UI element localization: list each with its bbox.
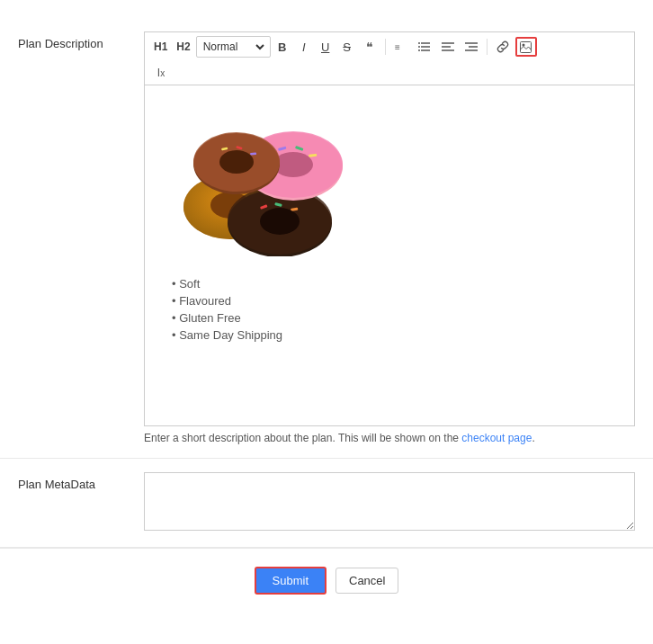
plan-description-content: H1 H2 Normal Heading 1 Heading 2 Heading… bbox=[144, 31, 635, 444]
align-right-button[interactable] bbox=[461, 37, 482, 57]
donut-image bbox=[163, 99, 616, 259]
plan-description-label: Plan Description bbox=[18, 31, 144, 50]
bullet-item-4: Same Day Shipping bbox=[172, 328, 616, 342]
bold-button[interactable]: B bbox=[273, 37, 292, 57]
plan-description-row: Plan Description H1 H2 Normal Heading 1 … bbox=[0, 18, 653, 459]
svg-text:≡: ≡ bbox=[395, 42, 400, 52]
italic-button[interactable]: I bbox=[294, 37, 314, 57]
quote-button[interactable]: ❝ bbox=[359, 37, 380, 57]
svg-point-39 bbox=[219, 150, 254, 174]
plan-metadata-content bbox=[144, 472, 635, 533]
link-button[interactable] bbox=[492, 37, 514, 57]
submit-button[interactable]: Submit bbox=[255, 567, 326, 595]
bullet-item-2: Flavoured bbox=[172, 294, 616, 308]
clear-format-button[interactable]: Ix bbox=[150, 63, 172, 83]
plan-metadata-label: Plan MetaData bbox=[18, 472, 144, 491]
bullet-item-3: Gluten Free bbox=[172, 311, 616, 325]
ordered-list-button[interactable]: ≡ bbox=[390, 37, 412, 57]
helper-text: Enter a short description about the plan… bbox=[144, 432, 635, 444]
content-bullet-list: Soft Flavoured Gluten Free Same Day Ship… bbox=[163, 277, 616, 342]
editor-body[interactable]: Soft Flavoured Gluten Free Same Day Ship… bbox=[144, 85, 635, 426]
editor-toolbar-row2: Ix bbox=[144, 61, 635, 85]
underline-button[interactable]: U bbox=[316, 37, 335, 57]
editor-toolbar-row1: H1 H2 Normal Heading 1 Heading 2 Heading… bbox=[144, 31, 635, 61]
align-left-button[interactable] bbox=[437, 37, 459, 57]
strikethrough-button[interactable]: S bbox=[337, 37, 357, 57]
checkout-page-link[interactable]: checkout page bbox=[461, 432, 532, 444]
image-button[interactable] bbox=[515, 37, 537, 57]
h2-button[interactable]: H2 bbox=[173, 37, 193, 57]
svg-point-4 bbox=[418, 42, 420, 44]
format-select-wrap[interactable]: Normal Heading 1 Heading 2 Heading 3 bbox=[196, 36, 271, 58]
svg-point-5 bbox=[418, 46, 420, 48]
toolbar-divider-1 bbox=[385, 39, 386, 55]
donut-svg bbox=[163, 99, 352, 256]
plan-metadata-input[interactable] bbox=[144, 472, 635, 531]
toolbar-divider-2 bbox=[487, 39, 488, 55]
bullet-item-1: Soft bbox=[172, 277, 616, 291]
svg-point-6 bbox=[418, 49, 420, 51]
cancel-button[interactable]: Cancel bbox=[335, 568, 398, 594]
form-actions: Submit Cancel bbox=[0, 548, 653, 613]
format-select[interactable]: Normal Heading 1 Heading 2 Heading 3 bbox=[200, 40, 267, 54]
svg-point-25 bbox=[260, 208, 300, 235]
unordered-list-button[interactable] bbox=[414, 37, 435, 57]
plan-metadata-row: Plan MetaData bbox=[0, 459, 653, 548]
h1-button[interactable]: H1 bbox=[150, 37, 171, 57]
